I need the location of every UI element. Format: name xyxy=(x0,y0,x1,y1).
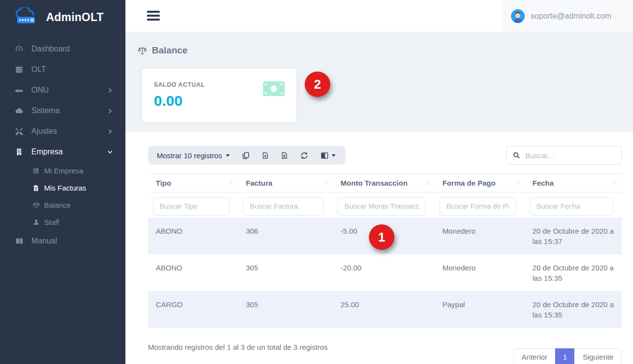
building-icon xyxy=(14,147,24,156)
page-head: Balance xyxy=(125,32,633,56)
chevron-right-icon xyxy=(108,129,113,134)
sidebar-item-onu[interactable]: ONU xyxy=(0,80,125,100)
device-icon xyxy=(14,86,24,95)
scales-icon xyxy=(31,201,41,209)
sidebar-item-sistema[interactable]: Sistema xyxy=(0,100,125,121)
sidebar-label: OLT xyxy=(31,65,46,74)
search-input[interactable] xyxy=(525,151,615,160)
sidebar-label: Manual xyxy=(31,237,57,245)
column-header-tipo[interactable]: Tipo↑↓ xyxy=(148,174,238,193)
cell-monto: -20.00 xyxy=(333,254,435,291)
transactions-table: Tipo↑↓ Factura↑↓ Monto Transaccion↑↓ For… xyxy=(148,173,622,328)
table-header-row: Tipo↑↓ Factura↑↓ Monto Transaccion↑↓ For… xyxy=(148,174,622,193)
gauge-icon xyxy=(14,45,24,53)
sidebar-item-dashboard[interactable]: Dashboard xyxy=(0,39,125,59)
export-file-button[interactable] xyxy=(281,151,288,160)
table-filter-row xyxy=(148,193,622,218)
balance-card: SALDO ACTUAL 0.00 xyxy=(142,69,296,122)
sidebar-item-olt[interactable]: OLT xyxy=(0,59,125,80)
cell-monto: 25.00 xyxy=(333,291,435,328)
sidebar-label: ONU xyxy=(31,86,49,95)
refresh-button[interactable] xyxy=(300,151,309,160)
cell-tipo: ABONO xyxy=(148,254,238,291)
filter-fecha-input[interactable] xyxy=(530,197,613,216)
records-info: Mostrando registros del 1 al 3 de un tot… xyxy=(148,343,328,351)
sidebar-item-staff[interactable]: Staff xyxy=(0,214,125,231)
copy-button[interactable] xyxy=(242,151,250,160)
sidebar-label: Mis Facturas xyxy=(44,184,86,192)
sort-icon[interactable]: ↑↓ xyxy=(230,180,234,186)
column-header-monto[interactable]: Monto Transaccion↑↓ xyxy=(333,174,435,193)
cloud-router-logo-icon xyxy=(12,7,42,27)
cell-fecha: 20 de Octubre de 2020 a las 15:37 xyxy=(525,218,622,254)
sidebar-item-empresa[interactable]: Empresa xyxy=(0,142,125,162)
sidebar-label: Dashboard xyxy=(31,45,70,53)
money-bill-icon xyxy=(263,81,285,96)
sidebar-item-mis-facturas[interactable]: Mis Facturas xyxy=(0,179,125,196)
cell-factura: 305 xyxy=(238,291,333,328)
page-title: Balance xyxy=(152,45,188,56)
pagination-prev-button[interactable]: Anterior xyxy=(513,348,556,364)
table-toolbar: Mostrar 10 registros xyxy=(148,146,622,165)
edit-icon xyxy=(31,167,41,174)
brand-name: AdminOLT xyxy=(46,11,103,24)
pagination-next-button[interactable]: Siguiente xyxy=(574,348,622,364)
sidebar-label: Balance xyxy=(44,201,71,209)
sidebar: AdminOLT Dashboard OLT ONU xyxy=(0,0,125,364)
sidebar-label: Mi Empresa xyxy=(44,167,83,175)
user-icon xyxy=(31,218,41,226)
sidebar-item-mi-empresa[interactable]: Mi Empresa xyxy=(0,162,125,179)
cell-fecha: 20 de Octubre de 2020 a las 15:35 xyxy=(525,291,622,328)
chevron-right-icon xyxy=(108,88,113,93)
table-row[interactable]: CARGO 305 25.00 Paypal 20 de Octubre de … xyxy=(148,291,622,328)
annotation-marker-1: 1 xyxy=(369,224,394,250)
sidebar-item-ajustes[interactable]: Ajustes xyxy=(0,121,125,142)
tools-icon xyxy=(14,127,24,136)
page-content: Balance SALDO ACTUAL 0.00 2 1 Mostrar 10… xyxy=(125,32,633,364)
filter-factura-input[interactable] xyxy=(243,197,324,216)
sort-icon[interactable]: ↑↓ xyxy=(613,180,618,186)
column-header-fecha[interactable]: Fecha↑↓ xyxy=(525,174,622,193)
sidebar-item-balance[interactable]: Balance xyxy=(0,196,125,214)
pagination: Anterior 1 Siguiente xyxy=(513,348,622,364)
caret-down-icon xyxy=(226,154,230,157)
sidebar-nav: Dashboard OLT ONU Sistema xyxy=(0,35,125,251)
sidebar-label: Empresa xyxy=(31,147,63,156)
sort-icon[interactable]: ↑↓ xyxy=(516,180,521,186)
chevron-down-icon xyxy=(107,149,113,154)
app-logo[interactable]: AdminOLT xyxy=(0,0,125,35)
sidebar-label: Sistema xyxy=(31,106,60,115)
column-header-forma-pago[interactable]: Forma de Pago↑↓ xyxy=(435,174,525,193)
sort-icon[interactable]: ↑↓ xyxy=(324,180,329,186)
pagination-page-1[interactable]: 1 xyxy=(555,348,575,364)
column-visibility-button[interactable] xyxy=(320,151,336,160)
server-icon xyxy=(14,65,24,74)
caret-down-icon xyxy=(332,154,336,157)
search-icon xyxy=(512,151,520,159)
book-icon xyxy=(14,237,24,245)
cell-factura: 305 xyxy=(238,254,333,291)
page-length-dropdown[interactable]: Mostrar 10 registros xyxy=(157,151,230,160)
table-footer: Mostrando registros del 1 al 3 de un tot… xyxy=(148,340,622,364)
chevron-right-icon xyxy=(108,108,113,114)
column-header-factura[interactable]: Factura↑↓ xyxy=(238,174,333,193)
scales-icon xyxy=(137,46,147,55)
cell-tipo: ABONO xyxy=(148,218,238,254)
filter-tipo-input[interactable] xyxy=(153,197,229,216)
filter-monto-input[interactable] xyxy=(338,197,426,216)
table-row[interactable]: ABONO 305 -20.00 Monedero 20 de Octubre … xyxy=(148,254,622,291)
cell-forma: Monedero xyxy=(435,254,525,291)
filter-forma-pago-input[interactable] xyxy=(439,197,516,216)
sidebar-item-manual[interactable]: Manual xyxy=(0,231,125,251)
cell-factura: 306 xyxy=(238,218,333,254)
sidebar-label: Staff xyxy=(44,218,59,226)
user-menu[interactable]: soporte@adminolt.com xyxy=(503,0,633,32)
export-excel-button[interactable] xyxy=(262,151,269,160)
sort-icon[interactable]: ↑↓ xyxy=(426,180,431,186)
table-buttons-group: Mostrar 10 registros xyxy=(148,146,345,165)
sidebar-label: Ajustes xyxy=(31,127,57,136)
cell-forma: Paypal xyxy=(435,291,525,328)
cell-forma: Monedero xyxy=(435,218,525,254)
table-search xyxy=(506,146,622,165)
sidebar-toggle-button[interactable] xyxy=(147,11,160,32)
